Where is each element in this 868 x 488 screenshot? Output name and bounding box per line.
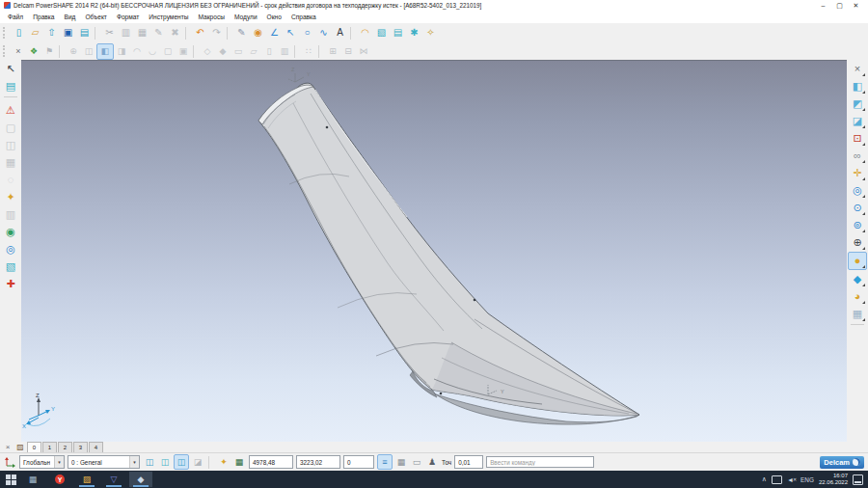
menu-object[interactable]: Объект [80,14,111,20]
position-list-icon[interactable]: ≡ [377,454,393,470]
shaded-view-icon[interactable]: ● [848,252,867,270]
menu-window[interactable]: Окно [262,14,286,20]
polyline-icon[interactable]: ∠ [266,25,283,41]
print-icon[interactable]: ▤ [76,25,93,41]
arc-icon[interactable]: ○ [299,25,315,41]
wizard-icon[interactable]: ✧ [422,25,439,41]
clipboard-active-icon[interactable]: ◫ [174,454,189,470]
open-model-icon[interactable]: ▱ [27,25,43,41]
toolmaker-box-icon[interactable]: ▧ [2,258,19,275]
menu-view[interactable]: Вид [60,14,81,20]
views-close-icon[interactable]: × [849,61,866,77]
duck-paint-icon[interactable]: ✦ [2,189,19,205]
arrow-icon[interactable]: ↖ [283,25,299,41]
feature-box-icon[interactable]: ▤ [390,25,406,41]
render-globe-icon[interactable]: ◉ [2,224,19,240]
maximize-button[interactable]: ▢ [831,0,848,11]
save-model-icon[interactable]: ▣ [60,25,76,41]
taskbar-powershape-icon[interactable]: ◆ [129,472,152,487]
iso2-view-icon[interactable]: ◩ [849,95,866,112]
assembly-gears-icon[interactable]: ✱ [406,25,422,41]
workplane-axes-icon[interactable] [4,456,16,468]
tolerance-field[interactable]: 0,01 [454,455,483,469]
zoom-full-icon[interactable]: ⊙ [849,200,866,216]
surface-point[interactable] [326,126,329,129]
minimize-button[interactable]: – [815,0,831,11]
import-model-icon[interactable]: ⇧ [43,25,60,41]
view-down-icon[interactable]: ⊡ [849,130,866,147]
menu-tools[interactable]: Инструменты [144,14,193,20]
hidden-icons-button[interactable]: ∧ [762,475,767,483]
menu-format[interactable]: Формат [112,14,144,20]
toolbar-close-icon[interactable]: × [11,44,26,59]
levels-palette-icon[interactable]: ▨ [14,443,26,453]
coord-x-field[interactable]: 4978,48 [249,455,293,469]
close-button[interactable]: ✕ [848,0,864,11]
workplane-value: Глобальн [23,459,50,466]
enhanced-render-icon[interactable]: ◕ [849,288,866,305]
toolbar-grip[interactable] [3,27,9,39]
levels-close-icon[interactable]: × [2,443,14,453]
iso3-view-icon[interactable]: ◪ [849,113,866,129]
network-icon[interactable] [772,475,782,484]
chevron-down-icon[interactable]: ▾ [54,456,64,468]
surface-wizard-icon[interactable]: ◉ [250,25,266,41]
menu-help[interactable]: Справка [286,14,321,20]
measure-person-icon[interactable]: ♟ [425,455,439,469]
new-model-icon[interactable]: ▯ [11,25,27,41]
zoom-box-icon[interactable]: ⊚ [849,217,866,233]
menu-modules[interactable]: Модули [230,14,262,20]
grid-icon[interactable]: ▦ [232,455,246,469]
wireframe-globe-icon[interactable]: ⊕ [849,234,866,251]
select-cursor-icon[interactable]: ↖ [2,61,19,77]
level-select[interactable]: 0 : General ▾ [68,455,140,469]
inspect-magnifier-icon[interactable]: ◎ [2,241,19,258]
intelligent-cursor-icon[interactable]: ✦ [217,455,231,469]
view-spin-icon[interactable]: ∞ [849,148,866,164]
clipboard-teal-icon[interactable]: ◫ [158,455,172,469]
coord-z-field[interactable]: 0 [343,455,374,469]
dynamic-section-icon[interactable]: ◆ [849,271,866,287]
notification-center-icon[interactable] [853,474,863,485]
coord-y-field[interactable]: 3223,02 [296,455,340,469]
workplane-books-icon[interactable]: ▤ [2,78,19,95]
taskbar-app-grid-icon[interactable]: ▦ [21,472,44,487]
doctor-box-icon[interactable]: ✚ [2,276,19,292]
menu-macros[interactable]: Макросы [193,14,230,20]
text-icon[interactable]: A [332,25,348,41]
solid-box-icon[interactable]: ▧ [373,25,390,41]
menu-edit[interactable]: Правка [28,14,59,20]
model-tree-icon[interactable]: ❖ [26,44,41,59]
clipboard-gray-icon[interactable]: ◪ [191,455,204,469]
surface-point[interactable] [474,299,476,302]
undo-icon[interactable]: ↶ [192,25,208,41]
toolbar-grip[interactable] [3,45,9,57]
taskbar-app-triangle-icon[interactable]: ▽ [102,472,125,487]
iso1-view-icon[interactable]: ◧ [849,78,866,95]
warning-icon[interactable]: ⚠ [2,102,19,119]
clipboard-blue-icon[interactable]: ◫ [143,455,156,469]
delcam-logo-text: Delcam [824,458,850,467]
surface-swoosh-icon[interactable]: ◠ [357,25,373,41]
select-add-icon: ⊕ [66,44,81,59]
surface-point[interactable] [440,393,443,395]
clock[interactable]: 16:07 22.06.2022 [819,473,848,486]
workplane-select[interactable]: Глобальн ▾ [19,455,65,469]
command-input[interactable] [486,456,594,468]
select-surface-icon[interactable]: ◧ [96,43,114,60]
chevron-down-icon[interactable]: ▾ [129,456,139,468]
taskbar-yandex-icon[interactable]: Y [48,472,71,487]
sketch-pencil-icon[interactable]: ✎ [233,25,250,41]
viewport-canvas[interactable]: Z Y Y Z Y X [21,60,847,442]
calculator-icon[interactable]: ▦ [394,455,408,469]
language-indicator[interactable]: ENG [800,476,814,483]
menu-file[interactable]: Файл [3,14,28,20]
volume-muted-icon[interactable]: ◄✕ [787,476,796,483]
zoom-cursor-icon[interactable]: ✛ [849,165,866,181]
transparent-view-icon[interactable]: ▦ [849,306,866,322]
zoom-in-icon[interactable]: ◎ [849,182,866,199]
taskbar-explorer-icon[interactable]: ▨ [75,472,98,487]
start-button[interactable] [5,474,17,486]
keypad-icon[interactable]: ▭ [410,455,423,469]
curve-icon[interactable]: ∿ [315,25,332,41]
